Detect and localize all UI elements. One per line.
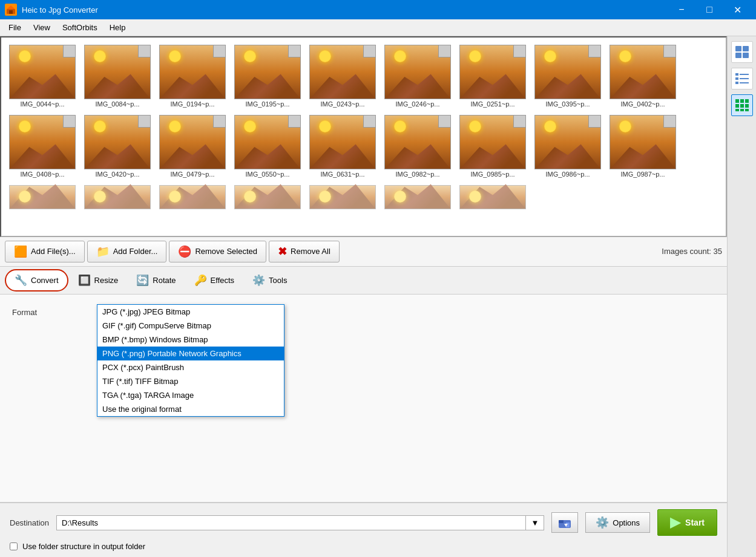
grid-icon [735,99,749,112]
tab-bar: 🔧 Convert 🔲 Resize 🔄 Rotate 🔑 Effects ⚙️… [0,267,727,295]
svg-rect-12 [735,73,738,76]
svg-rect-25 [740,109,744,111]
list-item[interactable]: IMG_0243~p... [306,42,379,110]
list-item[interactable] [6,183,79,213]
list-item[interactable]: IMG_0550~p... [231,112,304,180]
titlebar: Heic to Jpg Converter − □ ✕ [0,0,756,19]
svg-rect-9 [743,46,749,51]
remove-all-button[interactable]: ✖ Remove All [269,241,340,262]
svg-rect-21 [735,104,739,108]
format-option-bmp[interactable]: BMP (*.bmp) Windows Bitmap [97,333,284,347]
list-item[interactable]: IMG_0420~p... [81,112,154,180]
list-item[interactable]: IMG_0982~p... [381,112,454,180]
format-option-gif[interactable]: GIF (*.gif) CompuServe Bitmap [97,319,284,333]
thumbnail-image [309,115,376,169]
list-item[interactable] [81,183,154,213]
thumbnail-image [610,115,676,169]
add-folder-button[interactable]: 📁 Add Folder... [87,241,167,262]
minimize-button[interactable]: − [668,0,695,19]
format-row: Format JPG (*.jpg) JPEG Bitmap ▼ JPG (*.… [12,304,715,321]
menu-view[interactable]: View [27,21,56,34]
sidebar-grid-button[interactable] [731,94,753,116]
checkbox-row: Use folder structure in output folder [10,542,717,551]
list-item[interactable]: IMG_0044~p... [6,42,79,110]
tab-convert[interactable]: 🔧 Convert [5,269,68,292]
tab-effects[interactable]: 🔑 Effects [186,270,243,290]
remove-selected-button[interactable]: ⛔ Remove Selected [169,241,266,262]
svg-rect-19 [740,99,744,103]
add-files-button[interactable]: 🟧 Add File(s)... [5,241,85,262]
close-button[interactable]: ✕ [723,0,751,19]
tools-icon: ⚙️ [252,274,265,287]
tab-tools-label: Tools [269,276,287,285]
svg-rect-17 [740,82,749,83]
list-item[interactable] [156,183,229,213]
thumbnail-image [459,185,526,209]
menu-file[interactable]: File [2,21,27,34]
thumbnail-label: IMG_0987~p... [610,171,676,178]
list-item[interactable]: IMG_0402~p... [606,42,679,110]
browse-button[interactable] [551,512,578,533]
menu-help[interactable]: Help [104,21,132,34]
sidebar-list-button[interactable] [731,68,753,90]
right-sidebar [727,36,756,557]
list-item[interactable]: IMG_0408~p... [6,112,79,180]
thumbnail-label: IMG_0402~p... [610,100,676,108]
list-item[interactable]: IMG_0395~p... [531,42,604,110]
list-item[interactable]: IMG_0251~p... [456,42,529,110]
list-item[interactable]: IMG_0986~p... [531,112,604,180]
list-item[interactable] [231,183,304,213]
maximize-button[interactable]: □ [695,0,723,19]
thumbnail-label: IMG_0084~p... [84,100,151,108]
thumbnail-label: IMG_0631~p... [309,171,376,178]
svg-rect-3 [9,10,13,14]
tab-rotate[interactable]: 🔄 Rotate [128,270,184,290]
thumbnail-image [9,45,76,99]
menubar: File View SoftOrbits Help [0,19,756,36]
list-item[interactable]: IMG_0987~p... [606,112,679,180]
start-icon: ▶ [670,515,680,530]
tab-rotate-label: Rotate [153,276,176,285]
tab-tools[interactable]: ⚙️ Tools [244,270,295,290]
svg-rect-22 [740,104,744,108]
format-option-jpg[interactable]: JPG (*.jpg) JPEG Bitmap [97,305,284,319]
destination-input[interactable] [57,516,525,530]
thumbnail-image [534,115,601,169]
remove-selected-label: Remove Selected [195,247,257,256]
sidebar-thumbnails-button[interactable] [731,41,753,63]
gallery-container[interactable]: IMG_0044~p... IMG_0084~p... IMG_0194~p..… [0,36,727,237]
options-icon: ⚙️ [596,516,609,529]
thumbnails-icon [735,45,749,59]
list-item[interactable] [306,183,379,213]
list-item[interactable] [381,183,454,213]
format-option-tif[interactable]: TIF (*.tif) TIFF Bitmap [97,374,284,388]
list-item[interactable]: IMG_0195~p... [231,42,304,110]
start-button[interactable]: ▶ Start [657,509,717,536]
resize-icon: 🔲 [78,274,91,287]
list-item[interactable] [456,183,529,213]
convert-icon: 🔧 [15,274,27,287]
add-files-label: Add File(s)... [31,247,76,256]
options-label: Options [613,518,640,527]
thumbnail-image [159,115,226,169]
list-item[interactable]: IMG_0479~p... [156,112,229,180]
list-item[interactable]: IMG_0631~p... [306,112,379,180]
folder-structure-checkbox[interactable] [10,542,18,550]
format-option-original[interactable]: Use the original format [97,402,284,416]
format-label: Format [12,308,97,317]
list-item[interactable]: IMG_0194~p... [156,42,229,110]
menu-softorbits[interactable]: SoftOrbits [56,21,104,34]
format-option-png[interactable]: PNG (*.png) Portable Network Graphics [97,347,284,360]
destination-dropdown-arrow[interactable]: ▼ [525,516,544,530]
format-option-tga[interactable]: TGA (*.tga) TARGA Image [97,388,284,402]
format-dropdown-list[interactable]: JPG (*.jpg) JPEG Bitmap GIF (*.gif) Comp… [97,304,284,417]
thumbnail-label: IMG_0982~p... [384,171,451,178]
tab-resize[interactable]: 🔲 Resize [70,270,127,290]
options-button[interactable]: ⚙️ Options [585,512,650,533]
svg-rect-20 [745,99,749,103]
format-option-pcx[interactable]: PCX (*.pcx) PaintBrush [97,360,284,374]
list-item[interactable]: IMG_0985~p... [456,112,529,180]
thumbnail-label: IMG_0251~p... [459,100,526,108]
list-item[interactable]: IMG_0246~p... [381,42,454,110]
list-item[interactable]: IMG_0084~p... [81,42,154,110]
